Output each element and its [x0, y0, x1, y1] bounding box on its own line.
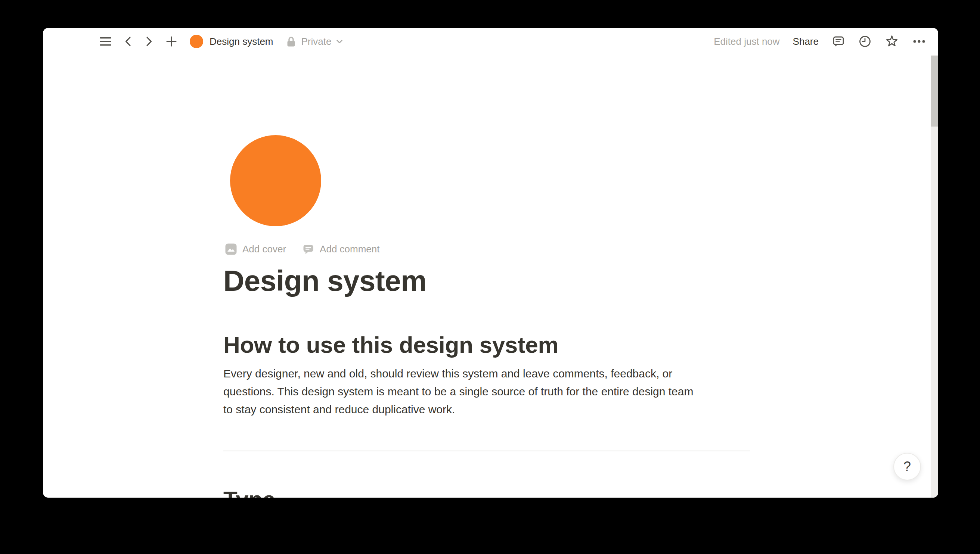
- chevron-right-icon: [145, 36, 153, 47]
- page-scroll-area: Add cover Add comment Design: [43, 55, 938, 498]
- topbar-left-group: Design system Private: [100, 35, 343, 48]
- clock-icon: [858, 35, 872, 48]
- add-cover-button[interactable]: Add cover: [225, 244, 286, 255]
- favorite-button[interactable]: [885, 34, 899, 49]
- page-action-row: Add cover Add comment: [225, 244, 750, 255]
- paragraph-line: Every designer, new and old, should revi…: [223, 365, 750, 383]
- privacy-label: Private: [301, 36, 331, 48]
- topbar-right-group: Edited just now Share: [714, 34, 926, 49]
- star-icon: [885, 34, 899, 49]
- breadcrumb-page-title: Design system: [210, 36, 273, 48]
- comments-button[interactable]: [832, 35, 845, 48]
- scrollbar-thumb[interactable]: [931, 56, 938, 127]
- edited-status: Edited just now: [714, 36, 779, 48]
- page-icon[interactable]: [230, 135, 321, 226]
- new-page-button[interactable]: [166, 36, 177, 47]
- paragraph-line: questions. This design system is meant t…: [223, 383, 750, 401]
- share-button[interactable]: Share: [793, 36, 819, 48]
- section-paragraph[interactable]: Every designer, new and old, should revi…: [223, 365, 750, 419]
- ellipsis-icon: [912, 35, 926, 48]
- paragraph-line: to stay consistent and reduce duplicativ…: [223, 401, 750, 419]
- notion-window: Design system Private: [43, 28, 938, 498]
- comment-icon: [832, 35, 845, 48]
- topbar: Design system Private: [43, 28, 938, 55]
- divider: [223, 451, 750, 451]
- back-button[interactable]: [124, 36, 132, 47]
- updates-button[interactable]: [858, 35, 872, 48]
- forward-button[interactable]: [145, 36, 153, 47]
- section-heading-type[interactable]: Type: [223, 485, 750, 498]
- scrollbar-track[interactable]: [931, 55, 938, 498]
- add-comment-button[interactable]: Add comment: [303, 244, 379, 255]
- more-options-button[interactable]: [912, 35, 926, 48]
- section-heading-how-to-use[interactable]: How to use this design system: [223, 330, 750, 360]
- image-icon: [225, 244, 237, 255]
- chevron-down-icon: [336, 39, 343, 44]
- sidebar-menu-button[interactable]: [100, 37, 111, 46]
- page-dot-icon: [190, 35, 203, 48]
- chevron-left-icon: [124, 36, 132, 47]
- breadcrumb-page[interactable]: Design system: [190, 35, 273, 48]
- menu-icon: [100, 37, 111, 46]
- privacy-selector[interactable]: Private: [287, 36, 343, 48]
- page-title[interactable]: Design system: [223, 263, 750, 298]
- plus-icon: [166, 36, 177, 47]
- comment-filled-icon: [303, 244, 314, 255]
- desktop-background: Design system Private: [0, 0, 980, 554]
- add-cover-label: Add cover: [242, 244, 286, 255]
- help-button[interactable]: ?: [893, 453, 921, 481]
- page-content: Add cover Add comment Design: [223, 55, 750, 498]
- add-comment-label: Add comment: [320, 244, 379, 255]
- lock-icon: [287, 36, 296, 48]
